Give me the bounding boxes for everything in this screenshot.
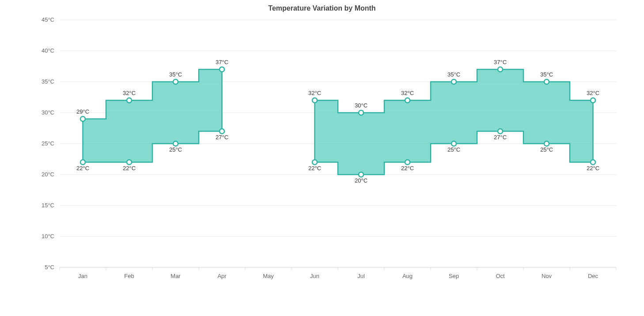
x-tick-label: Jan — [78, 273, 87, 279]
chart-container: Temperature Variation by Month 5°C10°C15… — [0, 0, 644, 316]
high-marker — [359, 110, 364, 115]
low-marker — [359, 172, 364, 177]
x-tick-label: Feb — [124, 273, 134, 279]
low-label: 25°C — [169, 146, 182, 153]
y-tick-label: 45°C — [42, 16, 54, 23]
high-label: 35°C — [540, 71, 553, 78]
x-tick-label: Jul — [357, 273, 365, 279]
x-tick-label: Dec — [588, 273, 599, 279]
low-label: 25°C — [540, 146, 553, 153]
x-tick-label: Mar — [170, 273, 181, 279]
high-label: 37°C — [216, 59, 228, 65]
low-marker — [591, 160, 595, 165]
low-label: 22°C — [587, 165, 599, 171]
high-label: 30°C — [355, 102, 367, 109]
low-marker — [405, 160, 410, 165]
range-area-segment — [83, 69, 222, 162]
high-marker — [544, 80, 549, 84]
low-marker — [312, 160, 317, 165]
high-marker — [127, 98, 132, 103]
low-label: 27°C — [494, 134, 507, 141]
low-label: 22°C — [308, 165, 321, 171]
x-tick-label: Apr — [217, 273, 227, 279]
low-marker — [451, 141, 456, 146]
low-marker — [127, 160, 132, 165]
high-marker — [591, 98, 595, 103]
y-tick-label: 35°C — [42, 78, 54, 85]
high-marker — [312, 98, 317, 103]
x-tick-label: May — [263, 273, 274, 279]
y-tick-label: 10°C — [42, 233, 54, 240]
low-marker — [220, 129, 224, 134]
high-label: 32°C — [308, 90, 321, 96]
high-marker — [498, 67, 503, 72]
low-label: 25°C — [447, 146, 460, 153]
low-label: 20°C — [355, 177, 367, 184]
high-label: 37°C — [494, 59, 507, 65]
high-marker — [220, 67, 224, 72]
high-label: 32°C — [587, 90, 599, 96]
high-label: 35°C — [447, 71, 460, 78]
y-tick-label: 25°C — [42, 140, 54, 147]
range-area-chart: 5°C10°C15°C20°C25°C30°C35°C40°C45°CJanFe… — [0, 0, 644, 316]
y-tick-label: 15°C — [42, 202, 54, 209]
low-label: 22°C — [123, 165, 136, 171]
high-label: 32°C — [123, 90, 136, 96]
range-area-segment — [315, 69, 593, 175]
low-marker — [80, 160, 85, 165]
y-tick-label: 40°C — [42, 47, 54, 54]
low-marker — [498, 129, 503, 134]
high-marker — [451, 80, 456, 84]
high-label: 35°C — [169, 71, 182, 78]
low-marker — [544, 141, 549, 146]
low-label: 22°C — [401, 165, 414, 171]
x-tick-label: Oct — [496, 273, 505, 279]
high-label: 29°C — [76, 108, 89, 115]
high-marker — [80, 117, 85, 122]
x-tick-label: Aug — [402, 273, 413, 279]
high-marker — [173, 80, 178, 84]
low-label: 22°C — [76, 165, 89, 171]
high-marker — [405, 98, 410, 103]
y-tick-label: 30°C — [42, 109, 54, 116]
x-tick-label: Jun — [310, 273, 319, 279]
y-tick-label: 5°C — [45, 264, 54, 270]
x-tick-label: Nov — [542, 273, 552, 279]
y-tick-label: 20°C — [42, 171, 54, 178]
chart-title: Temperature Variation by Month — [0, 4, 644, 12]
x-tick-label: Sep — [449, 273, 459, 279]
low-label: 27°C — [216, 134, 228, 141]
high-label: 32°C — [401, 90, 414, 96]
low-marker — [173, 141, 178, 146]
